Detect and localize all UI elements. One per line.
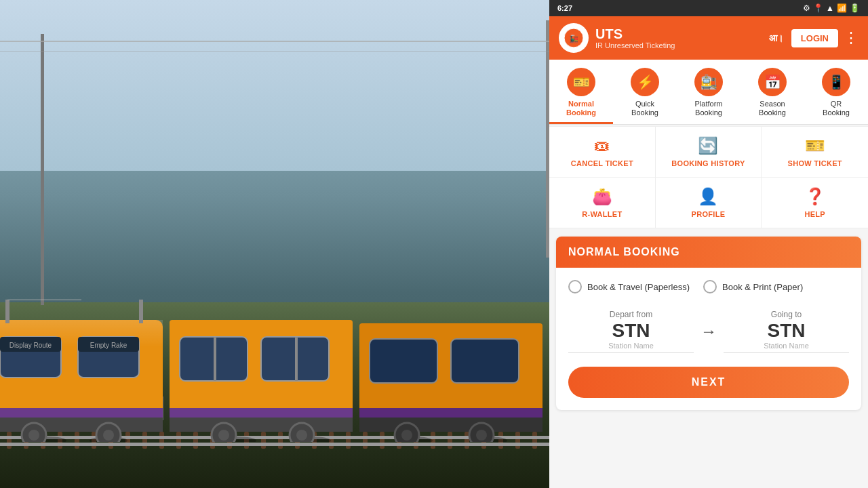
svg-rect-36 <box>359 418 542 432</box>
normal-booking-icon: 🎫 <box>567 68 595 96</box>
nav-tabs: 🎫 NormalBooking ⚡ QuickBooking 🚉 Platfor… <box>549 60 868 125</box>
booking-history-label: BOOKING HISTORY <box>671 159 745 167</box>
train-illustration: Display Route Empty Rake <box>0 300 549 442</box>
rwallet-label: R-WALLET <box>582 210 622 218</box>
header-left: 🚂 UTS IR Unreserved Ticketing <box>559 23 675 53</box>
depart-station-block[interactable]: Depart from STN Station Name <box>568 310 694 353</box>
train-background: Display Route Empty Rake <box>0 0 549 488</box>
svg-rect-8 <box>0 408 163 418</box>
svg-text:🚂: 🚂 <box>569 34 578 43</box>
booking-form: NORMAL BOOKING Book & Travel (Paperless)… <box>556 237 861 410</box>
normal-booking-label: NormalBooking <box>566 100 596 117</box>
tab-qr-booking[interactable]: 📱 QRBooking <box>804 65 868 124</box>
language-button[interactable]: आ। <box>766 31 786 45</box>
svg-point-20 <box>28 430 39 441</box>
app-subtitle: IR Unreserved Ticketing <box>595 41 675 49</box>
paperless-radio[interactable] <box>568 280 582 293</box>
app-header: 🚂 UTS IR Unreserved Ticketing आ। LOGIN ⋮ <box>549 16 868 60</box>
paper-label: Book & Print (Paper) <box>722 282 803 292</box>
svg-text:Empty Rake: Empty Rake <box>90 342 127 349</box>
location-status-icon: 📍 <box>813 3 823 13</box>
booking-form-body: Book & Travel (Paperless) Book & Print (… <box>556 268 861 410</box>
status-time: 6:27 <box>557 4 572 12</box>
svg-text:Display Route: Display Route <box>9 342 52 349</box>
menu-button[interactable]: ⋮ <box>844 30 859 45</box>
show-ticket-label: SHOW TICKET <box>788 159 842 167</box>
show-ticket-button[interactable]: 🎫 SHOW TICKET <box>762 127 868 178</box>
going-label: Going to <box>724 310 849 319</box>
rwallet-button[interactable]: 👛 R-WALLET <box>549 178 656 228</box>
svg-rect-38 <box>451 339 519 383</box>
platform-booking-icon: 🚉 <box>694 68 723 96</box>
profile-label: PROFILE <box>692 210 726 218</box>
season-booking-icon: 📅 <box>758 68 787 96</box>
paperless-radio-label[interactable]: Book & Travel (Paperless) <box>568 280 690 293</box>
svg-point-31 <box>218 430 229 441</box>
tab-normal-booking[interactable]: 🎫 NormalBooking <box>549 65 613 124</box>
app-title: UTS <box>595 26 675 41</box>
svg-rect-25 <box>170 418 353 432</box>
wifi-icon: ▲ <box>826 3 834 13</box>
paper-radio-label[interactable]: Book & Print (Paper) <box>703 280 803 293</box>
platform-booking-label: PlatformBooking <box>695 100 723 117</box>
app-logo: 🚂 <box>559 23 589 53</box>
header-right: आ। LOGIN ⋮ <box>766 29 859 47</box>
going-station-block[interactable]: Going to STN Station Name <box>724 310 849 353</box>
cancel-ticket-icon: 🎟 <box>594 136 610 155</box>
booking-form-title: NORMAL BOOKING <box>568 246 680 258</box>
profile-icon: 👤 <box>698 187 718 206</box>
help-label: HELP <box>804 210 825 218</box>
settings-status-icon: ⚙ <box>803 3 810 13</box>
quick-booking-label: QuickBooking <box>631 100 658 117</box>
svg-point-40 <box>401 430 412 441</box>
station-arrow-icon: → <box>701 322 717 341</box>
svg-rect-35 <box>359 408 542 418</box>
paperless-label: Book & Travel (Paperless) <box>587 282 690 292</box>
rwallet-icon: 👛 <box>592 187 612 206</box>
booking-form-header: NORMAL BOOKING <box>556 237 861 268</box>
cancel-ticket-button[interactable]: 🎟 CANCEL TICKET <box>549 127 656 178</box>
svg-rect-37 <box>370 339 437 383</box>
depart-code: STN <box>568 321 694 342</box>
season-booking-label: SeasonBooking <box>759 100 786 117</box>
svg-rect-17 <box>139 300 143 323</box>
next-button[interactable]: NEXT <box>568 367 849 398</box>
depart-name: Station Name <box>568 342 694 353</box>
status-bar: 6:27 ⚙ 📍 ▲ 📶 🔋 <box>549 0 868 16</box>
login-button[interactable]: LOGIN <box>791 29 838 47</box>
action-grid: 🎟 CANCEL TICKET 🔄 BOOKING HISTORY 🎫 SHOW… <box>549 126 868 228</box>
profile-button[interactable]: 👤 PROFILE <box>656 178 762 228</box>
status-icons: ⚙ 📍 ▲ 📶 🔋 <box>803 3 860 13</box>
svg-rect-29 <box>295 337 298 381</box>
booking-history-button[interactable]: 🔄 BOOKING HISTORY <box>656 127 762 178</box>
qr-booking-label: QRBooking <box>823 100 850 117</box>
booking-type-radio-group: Book & Travel (Paperless) Book & Print (… <box>568 280 849 293</box>
app-panel: 6:27 ⚙ 📍 ▲ 📶 🔋 🚂 UTS IR Unreserved Ticke… <box>549 0 868 488</box>
app-title-block: UTS IR Unreserved Ticketing <box>595 26 675 49</box>
show-ticket-icon: 🎫 <box>805 136 825 155</box>
tab-quick-booking[interactable]: ⚡ QuickBooking <box>613 65 677 124</box>
tab-season-booking[interactable]: 📅 SeasonBooking <box>741 65 804 124</box>
signal-icon: 📶 <box>837 3 847 13</box>
help-button[interactable]: ❓ HELP <box>762 178 868 228</box>
going-name: Station Name <box>724 342 849 353</box>
depart-label: Depart from <box>568 310 694 319</box>
svg-point-42 <box>476 430 487 441</box>
svg-point-22 <box>103 430 114 441</box>
battery-icon: 🔋 <box>850 3 860 13</box>
quick-booking-icon: ⚡ <box>631 68 659 96</box>
svg-point-33 <box>296 430 307 441</box>
going-code: STN <box>724 321 849 342</box>
svg-rect-28 <box>214 337 216 381</box>
tab-platform-booking[interactable]: 🚉 PlatformBooking <box>677 65 741 124</box>
paper-radio[interactable] <box>703 280 717 293</box>
svg-rect-24 <box>170 408 353 418</box>
cancel-ticket-label: CANCEL TICKET <box>571 159 633 167</box>
help-icon: ❓ <box>805 187 825 206</box>
station-selector-row: Depart from STN Station Name → Going to … <box>568 310 849 353</box>
booking-history-icon: 🔄 <box>698 136 718 155</box>
qr-booking-icon: 📱 <box>822 68 850 96</box>
